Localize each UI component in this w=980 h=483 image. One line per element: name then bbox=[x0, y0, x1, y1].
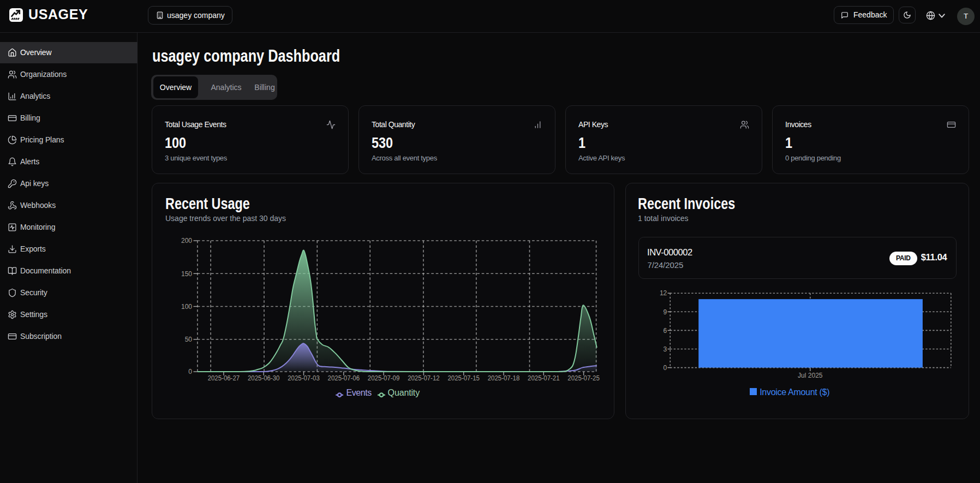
svg-text:2025-06-27: 2025-06-27 bbox=[208, 374, 240, 382]
svg-text:50: 50 bbox=[185, 336, 193, 343]
svg-text:6: 6 bbox=[664, 327, 667, 335]
svg-text:2025-06-30: 2025-06-30 bbox=[248, 374, 280, 382]
svg-text:0: 0 bbox=[188, 368, 192, 375]
svg-text:0: 0 bbox=[664, 364, 667, 372]
svg-text:2025-07-25: 2025-07-25 bbox=[567, 374, 600, 382]
svg-text:2025-07-21: 2025-07-21 bbox=[528, 374, 560, 382]
svg-text:2025-07-15: 2025-07-15 bbox=[447, 374, 480, 382]
svg-text:150: 150 bbox=[181, 270, 192, 278]
svg-text:2025-07-12: 2025-07-12 bbox=[408, 374, 440, 382]
svg-text:2025-07-09: 2025-07-09 bbox=[368, 374, 400, 382]
svg-text:3: 3 bbox=[664, 345, 667, 353]
svg-text:9: 9 bbox=[664, 308, 667, 316]
svg-text:100: 100 bbox=[181, 303, 192, 311]
svg-text:2025-07-06: 2025-07-06 bbox=[328, 374, 360, 382]
svg-text:200: 200 bbox=[181, 237, 192, 245]
svg-text:12: 12 bbox=[660, 289, 667, 297]
svg-text:2025-07-03: 2025-07-03 bbox=[288, 374, 320, 382]
svg-text:2025-07-18: 2025-07-18 bbox=[488, 374, 520, 382]
svg-text:Jul 2025: Jul 2025 bbox=[798, 372, 823, 379]
